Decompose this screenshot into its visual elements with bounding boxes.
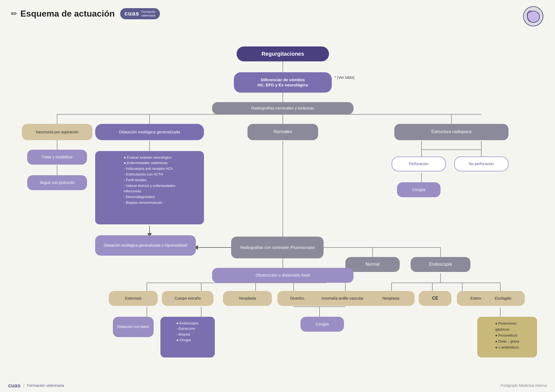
footer-cuas-text: cuas [8,382,21,389]
node-cuerpo-extrano: Cuerpo extraño [162,291,213,306]
node-cirugia-bot: Cirugía [300,317,344,332]
node-neoplasia-bot: Neoplasia [223,291,272,306]
node-esofagitis: Esofagitis [481,291,525,306]
node-normales: Normales [247,124,318,140]
node-dilatacion-hip: Dilatación esofágica generalizada o hipo… [95,235,196,256]
footer-logo-subtitle: Formación veterinaria [27,383,64,388]
node-diferenciar: Diferenciar de vómitos HC, EFG y Ex neur… [234,72,332,93]
node-neumonia: Neumonía por aspiración [22,124,92,140]
node-tratar: Tratar y estabilizar [27,150,87,165]
node-radiografias-contraste: Radiografías con contraste /Fluoroscopia [231,237,324,258]
node-regurgitaciones: Regurgitaciones [237,46,329,61]
node-endoscopia: Endoscopia [411,257,470,272]
node-anomalia: Anomalía anilllo vascular [305,291,381,306]
page-container: ✏ Esquema de actuación cuas Formación ve… [0,0,555,392]
node-endoscopia-box: ● Endoscopia: - Extracción - Biopsia ● C… [160,317,215,357]
pencil-icon: ✏ [11,9,17,18]
footer: cuas | Formación veterinaria Postgrado M… [8,382,547,389]
node-evaluar-box: ● Evaluar examen neurológico ● Enfermeda… [95,151,204,224]
node-ce: CE [419,291,451,306]
node-dilatacion-esof: Dilatación esofágica generalizada [95,124,204,140]
diferenciar-line2: HC, EFG y Ex neurológico [258,82,308,88]
header: ✏ Esquema de actuación cuas Formación ve… [5,5,550,22]
logo-subtitle: Formación veterinaria [141,10,156,18]
node-estructura: Estructura radiopaca [394,124,509,140]
node-no-perforacion: No perforación [454,156,509,171]
page-title: Esquema de actuación [20,9,115,19]
node-estenosis-bot: Estenosis [109,291,158,306]
node-cirugia-top: Cirugía [397,182,441,197]
node-protectores-box: ● Protectores gástricos ● Procinéticos ●… [477,317,537,357]
footer-logo: cuas | Formación veterinaria [8,382,64,389]
node-radiografias-cerv: Radiografías cervicales y torácicas [212,102,354,114]
node-dilatacion-balon: Dilatación con balón [113,317,154,337]
logo-cuas: cuas [125,10,139,17]
diferenciar-line1: Diferenciar de vómitos [258,77,308,83]
diagram: Regurgitaciones Diferenciar de vómitos H… [5,30,550,389]
node-obstruccion: Obstrucción o distensión focal [212,268,354,283]
node-normal: Normal [345,257,400,272]
ver-tabla-note: * (Ver tabla) [334,75,355,80]
node-seguir: Seguir con protocolo [27,175,87,190]
node-perforacion: Perforación [392,156,446,171]
logo-badge: cuas Formación veterinaria [120,8,160,19]
stomach-icon [522,5,544,27]
footer-right-text: Postgrado Medicina interna [501,383,547,388]
